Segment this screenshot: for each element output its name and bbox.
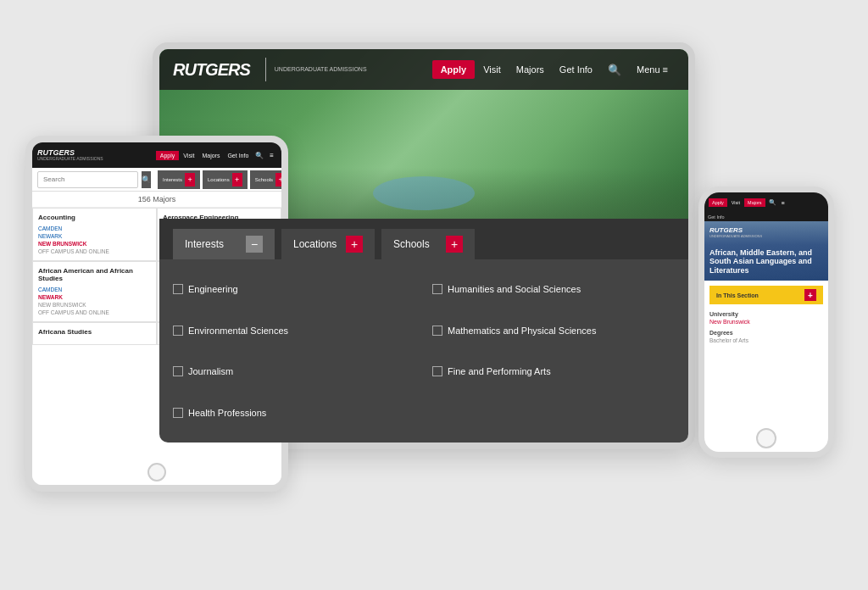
tablet-majors-link[interactable]: Majors: [198, 151, 223, 160]
in-section-plus-icon[interactable]: +: [804, 289, 816, 301]
checkbox-engineering[interactable]: Engineering: [173, 273, 415, 306]
tablet-schools-chip[interactable]: Schools +: [250, 170, 281, 189]
tablet-nav-buttons: Apply Visit Majors Get Info 🔍 ≡: [156, 150, 276, 161]
tablet-search-bar: 🔍 Interests + Locations + Schools +: [32, 168, 281, 192]
schools-label: Schools: [393, 238, 430, 250]
tablet-filter-chips: Interests + Locations + Schools +: [158, 170, 281, 189]
interests-chip-plus[interactable]: +: [185, 173, 195, 186]
tablet-apply-button[interactable]: Apply: [156, 151, 180, 160]
desktop-schools-filter[interactable]: Schools +: [381, 229, 475, 259]
checkbox-humanities[interactable]: Humanities and Social Sciences: [432, 273, 675, 306]
mobile-logo-subtitle: UNDERGRADUATE ADMISSIONS: [709, 234, 762, 238]
mobile-search-icon[interactable]: 🔍: [767, 198, 778, 207]
locations-chip-label: Locations: [208, 177, 230, 182]
desktop-navbar: RUTGERS UNDERGRADUATE ADMISSIONS Apply V…: [159, 49, 688, 90]
tablet-search-input[interactable]: [37, 171, 138, 188]
desktop-checkboxes-area: Engineering Humanities and Social Scienc…: [159, 259, 688, 442]
mobile-navbar: Apply Visit Majors 🔍 ≡: [704, 192, 828, 213]
checkbox-journalism-box[interactable]: [173, 366, 183, 376]
checkbox-humanities-box[interactable]: [432, 284, 442, 294]
university-value[interactable]: New Brunswick: [709, 319, 823, 325]
desktop-nav-links: Apply Visit Majors Get Info 🔍 Menu ≡: [432, 59, 675, 81]
mobile-getinfo-bar: Get Info: [704, 213, 828, 221]
afam-camden[interactable]: CAMDEN: [38, 286, 151, 293]
mobile-major-title: African, Middle Eastern, and South Asian…: [709, 248, 823, 276]
locations-label: Locations: [293, 238, 337, 250]
accounting-newark[interactable]: NEWARK: [38, 232, 151, 240]
locations-chip-plus[interactable]: +: [232, 173, 242, 186]
major-cell-accounting: Accounting CAMDEN NEWARK NEW BRUNSWICK O…: [32, 208, 157, 261]
tablet-undergrad-text: Undergraduate Admissions: [37, 157, 103, 162]
desktop-majors-link[interactable]: Majors: [509, 60, 551, 79]
tablet-locations-chip[interactable]: Locations +: [203, 170, 248, 189]
tablet-logo-group: RUTGERS Undergraduate Admissions: [37, 148, 103, 162]
tablet-search-icon[interactable]: 🔍: [253, 150, 266, 161]
scene: RUTGERS UNDERGRADUATE ADMISSIONS Apply V…: [0, 0, 868, 590]
interests-label: Interests: [185, 238, 224, 250]
checkbox-math[interactable]: Mathematics and Physical Sciences: [432, 314, 675, 348]
afam-newark[interactable]: NEWARK: [38, 293, 151, 301]
checkbox-fine-arts-box[interactable]: [432, 366, 442, 376]
accounting-camden[interactable]: CAMDEN: [38, 225, 151, 232]
checkbox-journalism-label: Journalism: [188, 366, 233, 376]
interests-chip-label: Interests: [163, 177, 182, 182]
schools-chip-plus[interactable]: +: [275, 173, 281, 186]
device-desktop: RUTGERS UNDERGRADUATE ADMISSIONS Apply V…: [153, 42, 695, 449]
tablet-hamburger-icon[interactable]: ≡: [267, 150, 276, 161]
accounting-newbrunswick[interactable]: NEW BRUNSWICK: [38, 240, 151, 248]
mobile-rutgers-logo: RUTGERS UNDERGRADUATE ADMISSIONS: [709, 226, 762, 238]
desktop-locations-filter[interactable]: Locations +: [281, 229, 375, 259]
logo-divider: [265, 58, 266, 81]
tablet-navbar: RUTGERS Undergraduate Admissions Apply V…: [32, 142, 281, 168]
accounting-offcampus: OFF CAMPUS AND ONLINE: [38, 248, 151, 255]
locations-plus-icon[interactable]: +: [346, 236, 363, 253]
tablet-search-button[interactable]: 🔍: [142, 171, 151, 188]
tablet-visit-link[interactable]: Visit: [180, 151, 198, 160]
afam-offcampus: OFF CAMPUS AND ONLINE: [38, 309, 151, 316]
tablet-interests-chip[interactable]: Interests +: [158, 170, 200, 189]
afam-newbrunswick: NEW BRUNSWICK: [38, 301, 151, 309]
checkbox-environmental-box[interactable]: [173, 326, 183, 336]
desktop-getinfo-link[interactable]: Get Info: [553, 60, 599, 79]
checkbox-engineering-box[interactable]: [173, 284, 183, 294]
checkbox-journalism[interactable]: Journalism: [173, 355, 415, 388]
mobile-content-area: In This Section + University New Brunswi…: [704, 281, 828, 353]
university-label: University: [709, 311, 823, 317]
mobile-screen: Apply Visit Majors 🔍 ≡ Get Info RUTGERS …: [704, 192, 828, 425]
checkbox-math-box[interactable]: [432, 326, 442, 336]
desktop-interests-filter[interactable]: Interests −: [173, 229, 275, 259]
checkbox-engineering-label: Engineering: [188, 284, 238, 294]
mobile-hamburger-icon[interactable]: ≡: [780, 199, 787, 207]
mobile-logo-text: RUTGERS: [709, 226, 762, 234]
checkbox-environmental-label: Environmental Sciences: [188, 326, 288, 336]
interests-minus-icon[interactable]: −: [246, 236, 263, 253]
desktop-rutgers-logo: RUTGERS: [173, 60, 250, 80]
mobile-university-field: University New Brunswick: [709, 311, 823, 325]
tablet-home-button[interactable]: [147, 463, 166, 481]
checkbox-health-box[interactable]: [173, 408, 183, 418]
major-cell-africana: Africana Studies: [32, 322, 157, 345]
mobile-getinfo-label[interactable]: Get Info: [708, 214, 725, 220]
desktop-apply-button[interactable]: Apply: [432, 60, 476, 79]
schools-plus-icon[interactable]: +: [446, 236, 463, 253]
mobile-majors-link[interactable]: Majors: [744, 198, 765, 207]
in-section-label: In This Section: [716, 292, 759, 298]
checkbox-environmental[interactable]: Environmental Sciences: [173, 314, 415, 348]
tablet-getinfo-link[interactable]: Get Info: [224, 151, 252, 160]
mobile-visit-link[interactable]: Visit: [729, 199, 743, 206]
schools-chip-label: Schools: [255, 177, 273, 182]
degrees-label: Degrees: [709, 330, 823, 336]
major-cell-african-american: African American and African Studies CAM…: [32, 261, 157, 322]
desktop-visit-link[interactable]: Visit: [476, 60, 508, 79]
desktop-menu-button[interactable]: Menu ≡: [630, 60, 675, 79]
checkbox-health[interactable]: Health Professions: [173, 397, 415, 430]
desktop-search-icon[interactable]: 🔍: [601, 59, 628, 81]
mobile-home-button[interactable]: [756, 428, 776, 448]
accounting-name: Accounting: [38, 214, 151, 221]
mobile-in-section-button[interactable]: In This Section +: [709, 286, 823, 304]
mobile-hero-area: RUTGERS UNDERGRADUATE ADMISSIONS African…: [704, 221, 828, 281]
device-mobile: Apply Visit Majors 🔍 ≡ Get Info RUTGERS …: [698, 186, 834, 458]
mobile-apply-button[interactable]: Apply: [709, 198, 727, 207]
checkbox-fine-arts[interactable]: Fine and Performing Arts: [432, 355, 675, 388]
checkbox-health-label: Health Professions: [188, 408, 266, 418]
